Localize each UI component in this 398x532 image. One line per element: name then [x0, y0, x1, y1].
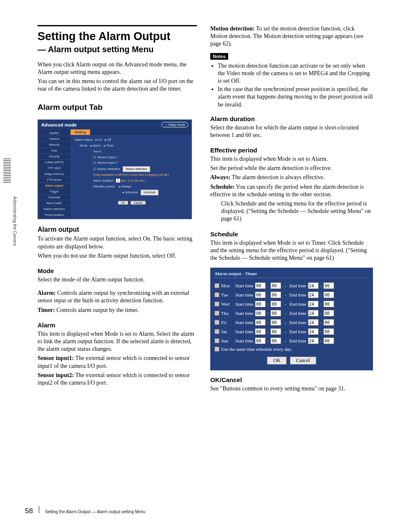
timer-day-row: SatStart time00:00-End time24:00: [214, 328, 369, 335]
sidebar-item-email[interactable]: e-Mail (SMTP): [38, 160, 71, 165]
sidebar-item-security[interactable]: Security: [38, 154, 71, 160]
start-label: Start time: [235, 320, 253, 325]
colon: :: [320, 311, 322, 316]
definition: Sensor input2: The external sensor which…: [38, 372, 197, 387]
body-text: When you do not use the Alarm output fun…: [38, 252, 197, 260]
start-mm-input[interactable]: 00: [270, 310, 281, 317]
end-mm-input[interactable]: 00: [323, 301, 334, 307]
day-label: Wed: [221, 301, 234, 307]
note-item: The motion detection function can activa…: [218, 62, 373, 85]
sidebar-item-ftp-client[interactable]: FTP client: [38, 165, 71, 171]
start-mm-input[interactable]: 00: [270, 282, 281, 289]
radio-schedule[interactable]: [121, 190, 125, 194]
end-hh-input[interactable]: 24: [308, 319, 319, 326]
sidebar-item-schedule[interactable]: Schedule: [38, 195, 71, 200]
start-hh-input[interactable]: 00: [255, 291, 266, 298]
end-hh-input[interactable]: 24: [308, 337, 319, 344]
radio-label: Off: [107, 138, 111, 142]
radio-off[interactable]: [103, 138, 107, 142]
page-title: Setting the Alarm Output: [38, 30, 197, 43]
end-hh-input[interactable]: 24: [308, 301, 319, 307]
sidebar-item-ftp-server[interactable]: FTP server: [38, 177, 71, 183]
sidebar-item-trigger[interactable]: Trigger: [38, 189, 71, 195]
end-mm-input[interactable]: 00: [323, 337, 334, 344]
day-checkbox[interactable]: [214, 292, 219, 297]
sidebar-item-motion-detection[interactable]: Motion detection: [38, 206, 71, 212]
schedule-button[interactable]: Schedule: [141, 190, 159, 195]
end-mm-input[interactable]: 00: [323, 282, 334, 289]
colon: :: [267, 283, 269, 288]
easy-mode-button[interactable]: → Easy mode: [161, 122, 188, 127]
sidebar-item-camera[interactable]: Camera: [38, 136, 71, 142]
start-hh-input[interactable]: 00: [255, 337, 266, 344]
cancel-button[interactable]: Cancel: [131, 201, 146, 205]
radio-label: On: [98, 138, 102, 142]
start-mm-input[interactable]: 00: [270, 337, 281, 344]
checkbox-label: Sensor input 1: [97, 155, 117, 159]
start-hh-input[interactable]: 00: [255, 301, 266, 307]
start-hh-input[interactable]: 00: [255, 319, 266, 326]
end-hh-input[interactable]: 24: [308, 310, 319, 317]
page-subtitle: — Alarm output setting Menu: [38, 45, 197, 54]
sidebar-item-image-memory[interactable]: Image memory: [38, 171, 71, 177]
start-mm-input[interactable]: 00: [270, 328, 281, 335]
ok-button[interactable]: OK: [118, 201, 128, 205]
start-mm-input[interactable]: 00: [270, 319, 281, 326]
sidebar-item-network[interactable]: Network: [38, 142, 71, 148]
ok-button[interactable]: OK: [267, 357, 287, 365]
chk-sensor2[interactable]: [93, 161, 97, 165]
start-hh-input[interactable]: 00: [255, 328, 266, 335]
timer-panel-title: Alarm output - Timer: [214, 271, 369, 278]
radio-label: Alarm: [93, 144, 101, 147]
day-label: Tue: [221, 292, 234, 297]
same-schedule-checkbox[interactable]: [214, 347, 219, 352]
colon: :: [320, 301, 322, 307]
radio-timer[interactable]: [102, 144, 106, 147]
day-checkbox[interactable]: [214, 283, 219, 288]
radio-always[interactable]: [117, 185, 121, 188]
motion-detection-button[interactable]: Motion detection: [123, 166, 150, 172]
end-hh-input[interactable]: 24: [308, 282, 319, 289]
sidebar-item-system[interactable]: System: [38, 130, 71, 136]
notes-list: The motion detection function can activa…: [210, 62, 373, 109]
sidebar-item-user[interactable]: User: [38, 148, 71, 154]
chk-motion[interactable]: [93, 167, 97, 171]
end-mm-input[interactable]: 00: [323, 328, 334, 335]
start-label: Start time: [235, 283, 253, 288]
day-checkbox[interactable]: [214, 311, 219, 316]
body-text: To activate the Alarm output function, s…: [38, 235, 197, 250]
end-mm-input[interactable]: 00: [323, 291, 334, 298]
colon: :: [320, 320, 322, 325]
day-checkbox[interactable]: [214, 320, 219, 325]
day-checkbox[interactable]: [214, 338, 219, 343]
start-mm-input[interactable]: 00: [270, 291, 281, 298]
start-mm-input[interactable]: 00: [270, 301, 281, 307]
colon: :: [320, 338, 322, 343]
timer-day-row: FriStart time00:00-End time24:00: [214, 319, 369, 326]
day-checkbox[interactable]: [214, 301, 219, 307]
radio-on[interactable]: [93, 138, 98, 142]
cancel-button[interactable]: Cancel: [290, 357, 316, 365]
end-hh-input[interactable]: 24: [308, 328, 319, 335]
chk-sensor1[interactable]: [93, 155, 97, 159]
duration-select[interactable]: 1: [116, 179, 120, 182]
end-hh-input[interactable]: 24: [308, 291, 319, 298]
end-mm-input[interactable]: 00: [323, 310, 334, 317]
definition: Always: The alarm detection is always ef…: [210, 174, 373, 181]
day-label: Sun: [221, 338, 234, 343]
same-schedule-label: Use the same time schedule every day.: [221, 347, 292, 352]
heading-effective-period: Effective period: [210, 147, 373, 154]
sidebar-item-alarm-buffer[interactable]: Alarm buffer: [38, 200, 71, 206]
radio-alarm[interactable]: [88, 144, 93, 147]
day-checkbox[interactable]: [214, 329, 219, 334]
end-mm-input[interactable]: 00: [323, 319, 334, 326]
end-label: End time: [290, 338, 306, 343]
colon: :: [267, 338, 269, 343]
sidebar-item-preset-position[interactable]: Preset position: [38, 212, 71, 218]
unit-label: sec. (1 to 60 sec.): [121, 179, 146, 182]
start-hh-input[interactable]: 00: [255, 282, 266, 289]
sidebar-item-alarm-output[interactable]: Alarm output: [38, 183, 71, 189]
tab-setting[interactable]: Setting: [71, 129, 90, 135]
start-hh-input[interactable]: 00: [255, 310, 266, 317]
field-label: Effective period: [93, 185, 115, 188]
